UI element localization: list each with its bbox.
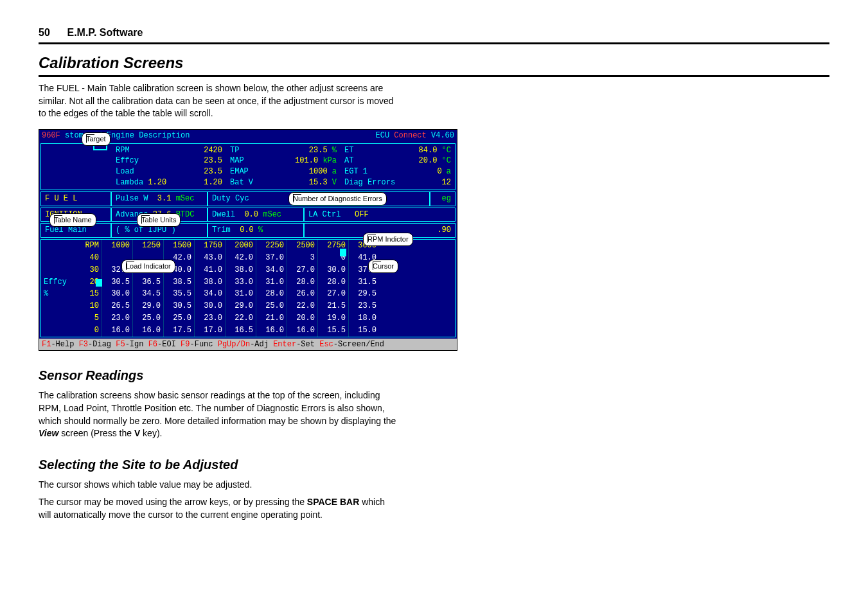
table-cell[interactable]: 21.5 <box>317 300 348 312</box>
table-cell[interactable]: 21.0 <box>256 312 287 324</box>
calibration-table: RPM 100012501500175020002250250027503000… <box>40 239 456 337</box>
title-desc: Engine Description <box>107 131 190 140</box>
spacebar-key: SPACE BAR <box>307 497 359 507</box>
table-cell[interactable]: 38.0 <box>194 276 225 289</box>
effcy-row-header: 40 <box>76 252 102 264</box>
table-row: 016.016.017.517.016.516.016.015.515.0 <box>41 324 455 337</box>
fuel-label: F U E L <box>45 193 77 204</box>
sensor-col-3: ET84.0 °CAT20.0 °CEGT 10 aDiag Errors12 <box>341 144 455 190</box>
table-cell[interactable]: 16.0 <box>256 324 287 337</box>
callout-table-name: Table Name <box>49 213 96 227</box>
sensor-reading: EGT 10 a <box>344 166 451 177</box>
row-axis-label <box>41 312 76 324</box>
table-cell[interactable]: 30.5 <box>163 300 194 312</box>
callout-target: Target <box>82 132 111 146</box>
row-axis-label <box>41 264 76 276</box>
table-cell[interactable]: 23.5 <box>348 300 379 312</box>
effcy-row-header: 15 <box>76 288 102 300</box>
sensor-reading: AT20.0 °C <box>344 155 451 166</box>
table-cell[interactable]: 19.0 <box>317 312 348 324</box>
fn-desc: -Screen/End <box>333 340 384 349</box>
table-cell[interactable]: 28.0 <box>256 288 287 300</box>
table-cell[interactable]: 34.0 <box>256 264 287 276</box>
table-cell[interactable]: 16.5 <box>225 324 256 337</box>
table-cell[interactable]: 30.0 <box>317 264 348 276</box>
sensor-reading: Diag Errors12 <box>344 177 451 188</box>
fn-desc: -Help <box>51 340 78 349</box>
table-cell[interactable]: 33.0 <box>225 276 256 289</box>
table-cell[interactable]: 17.5 <box>163 324 194 337</box>
table-cell[interactable]: 29.5 <box>348 288 379 300</box>
table-cell[interactable]: 30.0 <box>102 288 132 300</box>
select-p1: The cursor shows which table value may b… <box>39 479 398 492</box>
table-cell[interactable]: 29.0 <box>132 300 163 312</box>
page-number: 50 <box>39 26 64 40</box>
table-cell[interactable]: 23.0 <box>102 312 132 324</box>
sensor-reading: Effcy23.5 <box>116 155 222 166</box>
lactrl-label: LA Ctrl <box>308 209 341 220</box>
table-cell[interactable]: 22.0 <box>225 312 256 324</box>
table-cell[interactable]: 31.0 <box>256 276 287 289</box>
rpm-column-header: 2500 <box>287 240 317 252</box>
table-cell[interactable]: 18.0 <box>348 312 379 324</box>
table-cell[interactable]: 15.5 <box>317 324 348 337</box>
table-cell[interactable]: 16.0 <box>132 324 163 337</box>
table-cell[interactable]: 25.0 <box>163 312 194 324</box>
table-cell[interactable]: 27.0 <box>317 288 348 300</box>
table-cell[interactable]: 3 <box>287 252 317 264</box>
table-cell[interactable]: 35.5 <box>163 288 194 300</box>
table-cell[interactable]: 43.0 <box>194 252 225 264</box>
row-axis-label <box>41 324 76 337</box>
fn-key: F5 <box>116 340 125 349</box>
table-cell[interactable]: 31.0 <box>225 288 256 300</box>
table-cell[interactable]: 28.0 <box>287 276 317 289</box>
fn-key: PgUp/Dn <box>218 340 250 349</box>
intro-paragraph: The FUEL - Main Table calibration screen… <box>39 82 398 120</box>
table-cell[interactable]: 31.5 <box>348 276 379 289</box>
table-cell[interactable]: 25.0 <box>132 312 163 324</box>
table-cell[interactable]: 41.0 <box>194 264 225 276</box>
table-cell[interactable]: 34.5 <box>132 288 163 300</box>
table-row: 523.025.025.023.022.021.020.019.018.0 <box>41 312 455 324</box>
table-cell[interactable]: 38.5 <box>163 276 194 289</box>
table-cell[interactable]: 22.0 <box>287 300 317 312</box>
table-cell[interactable]: 30.5 <box>102 276 132 289</box>
callout-diag-errors: Number of Diagnostic Errors <box>288 192 387 206</box>
table-cell[interactable]: 30.0 <box>194 300 225 312</box>
sensor-readings-paragraph: The calibration screens show basic senso… <box>39 389 398 440</box>
table-cell[interactable]: 20.0 <box>287 312 317 324</box>
table-cell[interactable]: 34.0 <box>194 288 225 300</box>
table-cell[interactable]: 26.0 <box>287 288 317 300</box>
sensor-reading: Bat V15.3 V <box>230 177 337 188</box>
table-cell[interactable]: 15.0 <box>348 324 379 337</box>
fn-key: Esc <box>319 340 333 349</box>
sensor-reading: RPM2420 <box>116 145 222 156</box>
callout-rpm-indicator: RPM Indictor <box>363 233 413 246</box>
table-cell[interactable]: 38.0 <box>225 264 256 276</box>
table-cell[interactable]: 25.0 <box>256 300 287 312</box>
page-header: 50 E.M.P. Software <box>39 26 829 44</box>
load-cursor-icon <box>96 279 102 287</box>
table-cell[interactable]: 37.0 <box>256 252 287 264</box>
terminal-screenshot: Target Number of Diagnostic Errors Table… <box>39 129 457 351</box>
table-cell[interactable]: 23.0 <box>194 312 225 324</box>
table-cell[interactable]: 27.0 <box>287 264 317 276</box>
table-cell[interactable]: 16.0 <box>287 324 317 337</box>
table-cell[interactable]: 16.0 <box>102 324 132 337</box>
table-cell[interactable]: 29.0 <box>225 300 256 312</box>
table-cell[interactable]: 36.5 <box>132 276 163 289</box>
table-cell[interactable]: 42.0 <box>225 252 256 264</box>
sensor-p-1: The calibration screens show basic senso… <box>39 390 396 425</box>
rpm-header: RPM <box>76 240 102 252</box>
pulse-unit: mSec <box>176 193 195 204</box>
table-cell[interactable]: 28.0 <box>317 276 348 289</box>
rpm-column-header: 1000 <box>102 240 132 252</box>
header-title: E.M.P. Software <box>67 27 143 38</box>
fn-key: F6 <box>148 340 157 349</box>
table-cell[interactable]: 17.0 <box>194 324 225 337</box>
dwell-unit: mSec <box>263 209 281 220</box>
table-cell[interactable]: 26.5 <box>102 300 132 312</box>
rpm-column-header: 2000 <box>225 240 256 252</box>
trim-label: Trim <box>212 225 231 236</box>
rpm-column-header: 1250 <box>132 240 163 252</box>
